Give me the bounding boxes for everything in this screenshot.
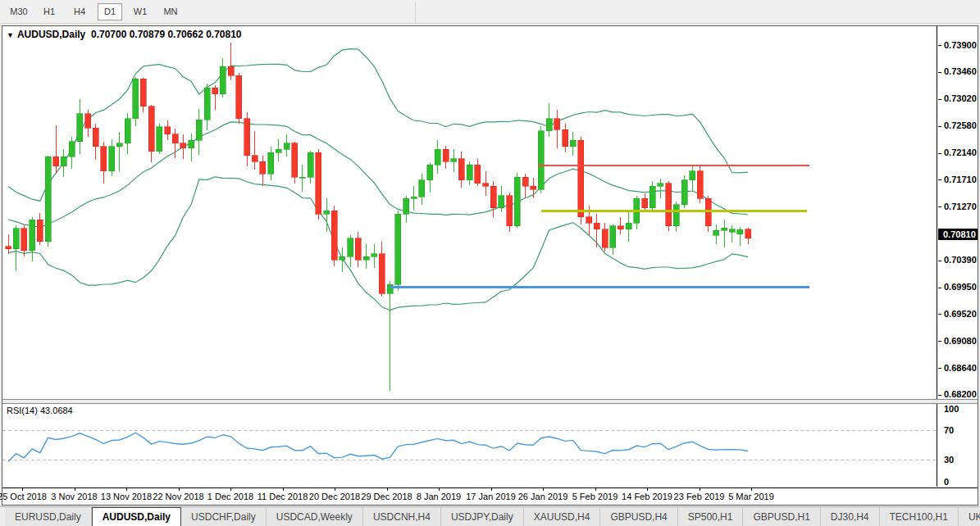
candle-body xyxy=(371,254,377,257)
date-axis-tick xyxy=(595,488,596,491)
date-axis-label: 26 Jan 2019 xyxy=(518,492,568,501)
price-axis-tick xyxy=(938,45,941,46)
rsi-axis[interactable]: 10070300 xyxy=(938,404,978,487)
rsi-panel[interactable]: RSI(14) 43.0684 xyxy=(2,404,937,487)
candle-down xyxy=(642,193,648,211)
date-axis[interactable]: 25 Oct 20183 Nov 201813 Nov 201822 Nov 2… xyxy=(2,487,978,505)
candle-down xyxy=(594,214,599,247)
chart-tab-ukc[interactable]: UKC xyxy=(959,507,980,526)
rsi-axis-label: 70 xyxy=(944,425,954,435)
candle-body xyxy=(220,66,226,94)
candle-up xyxy=(451,149,457,172)
price-axis-label: 0.72580 xyxy=(944,120,977,130)
candle-down xyxy=(260,156,266,186)
candle-body xyxy=(355,238,361,260)
date-axis-label: 1 Dec 2018 xyxy=(207,492,253,501)
candle-body xyxy=(292,143,298,177)
candle-down xyxy=(85,110,91,137)
candle-body xyxy=(299,177,305,178)
date-axis-label: 5 Mar 2019 xyxy=(728,492,774,501)
candle-body xyxy=(93,128,98,146)
timeframe-button-h1[interactable]: H1 xyxy=(37,3,62,20)
candle-up xyxy=(570,132,576,155)
chart-tab-xauusd-h4[interactable]: XAUUSD,H4 xyxy=(524,507,601,526)
candle-body xyxy=(148,107,154,152)
candle-body xyxy=(101,147,107,171)
candle-up xyxy=(61,149,66,177)
candle-down xyxy=(554,110,560,147)
candle-up xyxy=(395,211,401,290)
candle-body xyxy=(260,161,266,174)
timeframe-button-w1[interactable]: W1 xyxy=(128,3,153,20)
chart-tab-tech100-h1[interactable]: TECH100,H1 xyxy=(880,507,959,526)
candle-up xyxy=(610,224,616,255)
price-axis-tick xyxy=(938,261,941,261)
price-axis-tick xyxy=(938,368,941,369)
symbol-dropdown-icon[interactable]: ▼ xyxy=(7,31,14,39)
chart-tab-eurusd-daily[interactable]: EURUSD,Daily xyxy=(5,507,92,526)
candle-up xyxy=(690,166,695,191)
bollinger-upper-band xyxy=(8,49,748,202)
timeframe-button-m30[interactable]: M30 xyxy=(7,3,31,20)
price-axis-tick xyxy=(938,341,941,342)
candle-body xyxy=(204,88,210,120)
price-axis-label: 0.71710 xyxy=(944,175,977,184)
main-price-panel[interactable]: ▼AUDUSD,Daily 0.70700 0.70879 0.70662 0.… xyxy=(2,26,937,399)
candle-down xyxy=(37,213,43,245)
chart-tab-usdjpy-daily[interactable]: USDJPY,Daily xyxy=(441,507,524,526)
price-axis-label: 0.73900 xyxy=(944,40,977,50)
candle-body xyxy=(244,119,250,156)
date-axis-tick xyxy=(75,488,75,491)
chart-symbol: AUDUSD,Daily xyxy=(17,29,85,40)
candle-down xyxy=(101,142,107,184)
candle-body xyxy=(228,66,234,75)
rsi-axis-label: 0 xyxy=(944,477,949,487)
candle-body xyxy=(116,143,122,147)
rsi-indicator-label: RSI(14) 43.0684 xyxy=(7,406,73,415)
timeframe-button-h4[interactable]: H4 xyxy=(67,3,92,20)
date-axis-label: 11 Dec 2018 xyxy=(258,492,308,501)
date-axis-tick xyxy=(491,488,492,491)
candle-body xyxy=(165,127,171,134)
candle-body xyxy=(427,165,433,180)
chart-tab-bar: EURUSD,DailyAUDUSD,DailyUSDCHF,DailyUSDC… xyxy=(0,506,980,526)
current-price-badge: 0.70810 xyxy=(938,229,978,240)
candle-body xyxy=(37,220,43,241)
price-axis-label: 0.68200 xyxy=(944,389,977,399)
chart-tab-usdchf-daily[interactable]: USDCHF,Daily xyxy=(181,507,267,526)
chart-tab-audusd-daily[interactable]: AUDUSD,Daily xyxy=(92,507,181,526)
candle-body xyxy=(69,142,75,157)
candle-up xyxy=(45,156,51,247)
candle-down xyxy=(93,124,98,160)
price-axis-label: 0.70390 xyxy=(944,255,977,265)
candle-up xyxy=(467,161,472,184)
timeframe-button-mn[interactable]: MN xyxy=(158,3,183,20)
chart-tab-usdcnh-h4[interactable]: USDCNH,H4 xyxy=(363,507,441,526)
chart-tab-gbpusd-h1[interactable]: GBPUSD,H1 xyxy=(743,507,820,526)
date-axis-tick xyxy=(543,488,544,491)
timeframe-button-d1[interactable]: D1 xyxy=(98,3,122,20)
rsi-axis-label: 30 xyxy=(944,455,954,465)
price-axis-tick xyxy=(938,72,941,73)
candle-up xyxy=(13,225,19,270)
candle-body xyxy=(180,143,186,148)
price-axis-tick xyxy=(938,288,941,288)
chart-tab-gbpusd-h4[interactable]: GBPUSD,H4 xyxy=(600,507,677,526)
chart-tab-sp500-h1[interactable]: SP500,H1 xyxy=(678,507,744,526)
date-axis-tick xyxy=(700,488,700,491)
price-axis-tick xyxy=(938,99,941,100)
candle-down xyxy=(458,152,464,187)
price-axis[interactable]: 0.70810 0.739000.734600.730200.725800.72… xyxy=(938,26,978,399)
candle-body xyxy=(546,119,552,131)
candle-down xyxy=(212,85,218,109)
candle-up xyxy=(387,281,393,391)
chart-tab-usdcad-weekly[interactable]: USDCAD,Weekly xyxy=(267,507,363,526)
candle-down xyxy=(316,149,321,220)
price-axis-tick xyxy=(938,153,941,154)
candle-down xyxy=(522,174,528,198)
candle-body xyxy=(538,131,544,189)
chart-tab-dj30-h4[interactable]: DJ30,H4 xyxy=(821,507,880,526)
candle-body xyxy=(21,229,27,251)
candle-up xyxy=(308,151,313,184)
candle-body xyxy=(563,129,568,146)
